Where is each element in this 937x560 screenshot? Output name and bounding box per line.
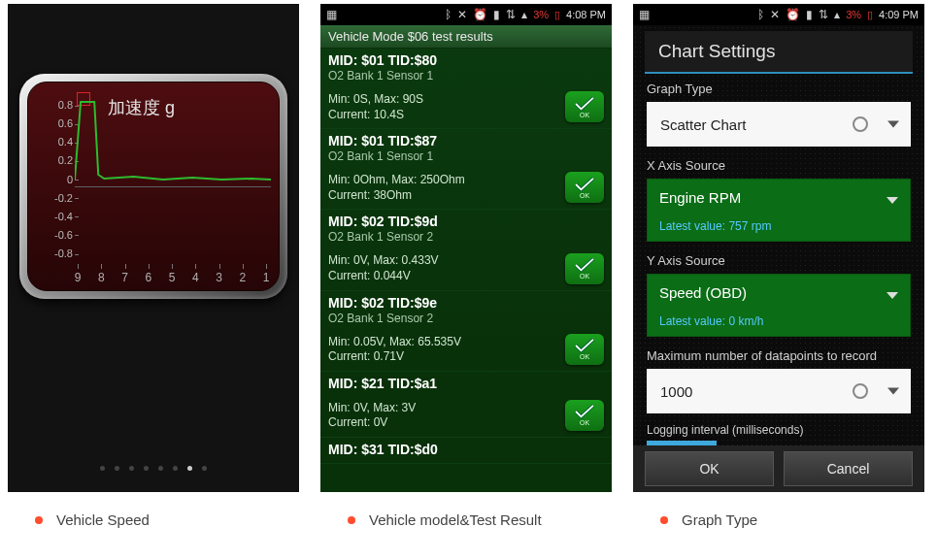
check-icon xyxy=(574,177,595,192)
app-icon: ▦ xyxy=(326,8,337,21)
panel-chart-settings: ▦ ᛒ ✕ ⏰ ▮ ⇅ ▴ 3% ▯ 4:09 PM Chart Setting… xyxy=(633,4,924,492)
mute-icon: ✕ xyxy=(770,8,780,21)
radio-icon xyxy=(853,116,868,132)
battery-pct: 3% xyxy=(846,9,861,20)
check-icon xyxy=(574,338,595,353)
test-result-item[interactable]: MID: $02 TID:$9d O2 Bank 1 Sensor 2 Min:… xyxy=(320,210,612,290)
y-tick: -0.2 xyxy=(38,193,73,204)
check-icon xyxy=(574,404,595,419)
clock: 4:09 PM xyxy=(879,9,919,20)
test-result-item[interactable]: MID: $01 TID:$87 O2 Bank 1 Sensor 1 Min:… xyxy=(320,129,612,210)
app-icon: ▦ xyxy=(639,8,650,21)
x-tick: 8 xyxy=(96,271,106,284)
captions-row: Vehicle Speed Vehicle model&Test Result … xyxy=(0,492,937,528)
x-axis-source-label: X Axis Source xyxy=(633,150,924,175)
min-max: Min: 0V, Max: 3V xyxy=(328,401,604,416)
dialog-title: Chart Settings xyxy=(645,31,913,74)
mute-icon: ✕ xyxy=(457,8,467,21)
dialog-buttons: OK Cancel xyxy=(633,445,924,492)
min-max: Min: 0V, Max: 0.433V xyxy=(328,253,604,269)
sensor-name: O2 Bank 1 Sensor 1 xyxy=(328,149,604,163)
caption-text: Vehicle Speed xyxy=(56,511,150,528)
panel-test-results: ▦ ᛒ ✕ ⏰ ▮ ⇅ ▴ 3% ▯ 4:08 PM Vehicle Mode … xyxy=(320,4,612,492)
y-tick: -0.6 xyxy=(38,230,73,241)
min-max: Min: 0S, Max: 90S xyxy=(328,92,604,108)
y-tick: 0 xyxy=(38,175,73,185)
y-tick: 0.6 xyxy=(38,118,73,129)
x-tick: 3 xyxy=(215,271,224,284)
caption: Vehicle Speed xyxy=(8,511,299,528)
mid-tid: MID: $01 TID:$80 xyxy=(328,52,604,68)
graph-type-select[interactable]: Scatter Chart xyxy=(647,102,911,147)
mid-tid: MID: $02 TID:$9e xyxy=(328,295,604,311)
x-axis-source-select[interactable]: Engine RPM Latest value: 757 rpm xyxy=(647,179,911,242)
graph-type-value: Scatter Chart xyxy=(660,116,746,133)
cancel-button[interactable]: Cancel xyxy=(784,451,913,486)
ok-label: OK xyxy=(580,273,589,280)
gauge-frame: 加速度 g 0.8 0.6 0.4 0.2 0 -0.2 -0.4 -0.6 -… xyxy=(19,74,287,299)
y-axis-source-name: Speed (OBD) xyxy=(659,284,898,301)
x-tick: 6 xyxy=(144,271,153,284)
ok-label: OK xyxy=(580,112,589,118)
min-max: Min: 0.05V, Max: 65.535V xyxy=(328,335,604,350)
results-body[interactable]: Vehicle Mode $06 test results MID: $01 T… xyxy=(320,25,612,492)
bullet-icon xyxy=(348,516,355,524)
y-tick: -0.8 xyxy=(38,248,73,259)
bullet-icon xyxy=(35,516,43,524)
ok-button[interactable]: OK xyxy=(645,451,774,486)
ok-badge: OK xyxy=(565,334,604,365)
y-axis-latest-value: Latest value: 0 km/h xyxy=(659,314,898,328)
sensor-name: O2 Bank 1 Sensor 2 xyxy=(328,230,604,244)
chevron-down-icon xyxy=(887,388,899,395)
x-tick: 5 xyxy=(167,271,177,284)
mid-tid: MID: $21 TID:$a1 xyxy=(328,376,604,391)
sensor-name: O2 Bank 1 Sensor 2 xyxy=(328,312,604,325)
data-icon: ⇅ xyxy=(819,8,828,21)
caption-text: Vehicle model&Test Result xyxy=(369,511,542,528)
page-indicator[interactable] xyxy=(8,466,299,471)
alarm-icon: ⏰ xyxy=(786,8,800,21)
caption: Graph Type xyxy=(633,511,924,528)
logging-interval-label: Logging interval (milliseconds) xyxy=(633,417,924,439)
ok-badge: OK xyxy=(565,91,604,122)
x-tick: 2 xyxy=(238,271,248,284)
status-bar: ▦ ᛒ ✕ ⏰ ▮ ⇅ ▴ 3% ▯ 4:09 PM xyxy=(633,4,924,25)
wifi-icon: ▴ xyxy=(521,8,527,21)
test-result-item[interactable]: MID: $02 TID:$9e O2 Bank 1 Sensor 2 Min:… xyxy=(320,291,612,372)
y-tick: 0.4 xyxy=(38,137,73,148)
x-axis-latest-value: Latest value: 757 rpm xyxy=(659,219,898,233)
x-tick: 1 xyxy=(261,271,271,284)
x-axis-source-name: Engine RPM xyxy=(659,189,898,206)
radio-icon xyxy=(853,383,868,399)
battery-icon: ▯ xyxy=(867,9,873,21)
current-value: Current: 0.71V xyxy=(328,349,604,365)
max-points-value: 1000 xyxy=(660,383,692,400)
alarm-icon: ⏰ xyxy=(473,8,487,21)
graph-type-label: Graph Type xyxy=(633,74,924,98)
chevron-down-icon xyxy=(887,197,898,204)
bluetooth-icon: ᛒ xyxy=(445,8,452,21)
gauge-display: 加速度 g 0.8 0.6 0.4 0.2 0 -0.2 -0.4 -0.6 -… xyxy=(27,82,280,291)
test-result-item[interactable]: MID: $01 TID:$80 O2 Bank 1 Sensor 1 Min:… xyxy=(320,49,612,129)
caption-text: Graph Type xyxy=(682,511,757,528)
test-result-item[interactable]: MID: $31 TID:$d0 xyxy=(320,438,612,464)
results-header: Vehicle Mode $06 test results xyxy=(320,25,612,49)
bullet-icon xyxy=(660,516,668,524)
test-result-item[interactable]: MID: $21 TID:$a1 Min: 0V, Max: 3V Curren… xyxy=(320,372,612,438)
x-axis: 9 8 7 6 5 4 3 2 1 xyxy=(73,261,271,284)
settings-body: Chart Settings Graph Type Scatter Chart … xyxy=(633,25,924,492)
y-tick: 0.2 xyxy=(38,155,73,166)
y-axis-source-select[interactable]: Speed (OBD) Latest value: 0 km/h xyxy=(647,274,911,337)
battery-pct: 3% xyxy=(533,9,549,20)
max-points-select[interactable]: 1000 xyxy=(647,369,911,413)
ok-badge: OK xyxy=(565,253,604,284)
x-tick: 4 xyxy=(190,271,200,284)
mid-tid: MID: $02 TID:$9d xyxy=(328,214,604,229)
y-axis-source-label: Y Axis Source xyxy=(633,246,924,270)
check-icon xyxy=(574,257,595,273)
ok-badge: OK xyxy=(565,172,604,203)
check-icon xyxy=(574,96,595,112)
chevron-down-icon xyxy=(887,121,899,128)
chevron-down-icon xyxy=(887,292,898,299)
clock: 4:08 PM xyxy=(566,9,606,20)
